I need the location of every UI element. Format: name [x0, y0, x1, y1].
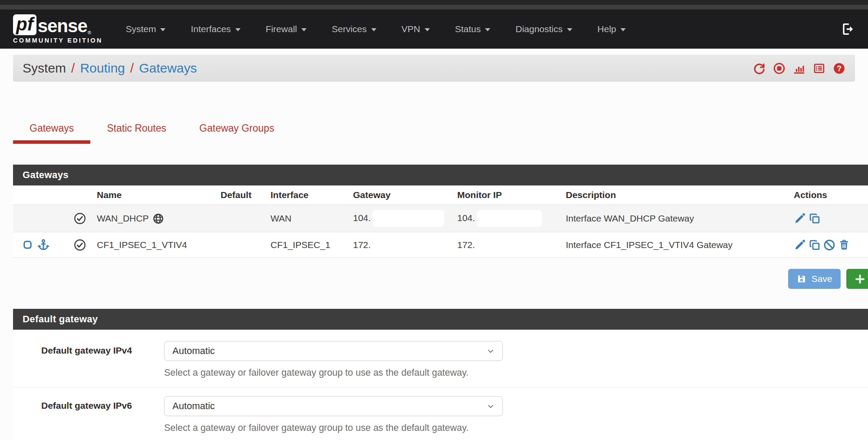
window-chrome-strip — [0, 0, 868, 10]
nav-item-system[interactable]: System — [116, 20, 175, 39]
save-button-label: Save — [812, 274, 832, 284]
help-icon[interactable]: ? — [833, 62, 845, 75]
chevron-down-icon — [371, 28, 376, 31]
monitor-ip: 104. — [457, 213, 475, 223]
redaction-box — [373, 210, 444, 227]
nav-item-label: Help — [597, 24, 616, 34]
gateway-name: CF1_IPSEC_1_VTIV4 — [97, 240, 187, 250]
default-gateway-ipv4-select[interactable]: Automatic — [164, 341, 503, 361]
default-gateway-ipv6-help: Select a gateway or failover gateway gro… — [164, 423, 503, 433]
col-header-description: Description — [562, 185, 790, 205]
main-navbar: pf sense ® COMMUNITY EDITION System Inte… — [0, 10, 868, 49]
chevron-down-icon — [567, 28, 572, 31]
tab-static-routes[interactable]: Static Routes — [90, 116, 183, 144]
delete-icon[interactable] — [838, 239, 850, 251]
pfsense-logo-edition: COMMUNITY EDITION — [13, 37, 102, 44]
cell-actions — [790, 205, 868, 232]
divider — [13, 387, 868, 387]
table-header-row: Name Default Interface Gateway Monitor I… — [13, 185, 868, 205]
cell-default — [217, 205, 267, 232]
chevron-down-icon — [486, 401, 495, 411]
col-header-interface: Interface — [267, 185, 350, 205]
nav-item-label: Diagnostics — [515, 24, 563, 34]
col-header-gateway: Gateway — [350, 185, 454, 205]
tab-gateways[interactable]: Gateways — [13, 116, 90, 144]
col-header-status — [67, 185, 93, 205]
nav-item-diagnostics[interactable]: Diagnostics — [506, 20, 582, 39]
default-gateway-ipv6-label: Default gateway IPv6 — [13, 396, 164, 411]
breadcrumb-routing[interactable]: Routing — [80, 61, 125, 76]
breadcrumb-gateways[interactable]: Gateways — [139, 61, 197, 76]
chevron-down-icon — [235, 28, 241, 31]
default-gateway-ipv6-select[interactable]: Automatic — [164, 396, 503, 416]
chevron-down-icon — [301, 28, 307, 31]
nav-item-interfaces[interactable]: Interfaces — [181, 20, 250, 39]
nav-item-services[interactable]: Services — [322, 20, 386, 39]
redaction-box — [477, 210, 542, 227]
pfsense-logo[interactable]: pf sense ® COMMUNITY EDITION — [13, 14, 102, 44]
cell-monitor-ip: 172. — [454, 232, 562, 258]
edit-icon[interactable] — [794, 212, 806, 225]
plus-icon — [855, 274, 865, 285]
breadcrumb-system: System — [23, 61, 66, 76]
chevron-down-icon — [485, 28, 490, 31]
gateway-name: WAN_DHCP — [97, 213, 149, 224]
gateway-ip: 104. — [353, 213, 371, 223]
stop-icon[interactable] — [773, 62, 785, 75]
nav-item-label: Services — [332, 24, 367, 34]
cell-gateway: 172. — [350, 232, 454, 258]
breadcrumb-separator: / — [71, 61, 75, 76]
cell-description: Interface WAN_DHCP Gateway — [562, 205, 790, 232]
breadcrumb-separator: / — [130, 61, 134, 76]
square-icon — [23, 240, 33, 250]
nav-item-vpn[interactable]: VPN — [392, 20, 439, 39]
nav-item-firewall[interactable]: Firewall — [256, 20, 316, 39]
svg-text:?: ? — [837, 64, 842, 73]
cell-gateway: 104. — [350, 205, 454, 232]
chevron-down-icon — [425, 28, 430, 31]
save-icon — [796, 274, 807, 284]
save-button[interactable]: Save — [788, 269, 841, 289]
cell-interface: CF1_IPSEC_1 — [267, 232, 350, 258]
breadcrumb: System / Routing / Gateways ? — [13, 55, 855, 82]
table-row-cf1-ipsec: CF1_IPSEC_1_VTIV4 CF1_IPSEC_1 172. 172. … — [13, 232, 868, 258]
copy-icon[interactable] — [809, 239, 821, 251]
trademark-symbol: ® — [88, 30, 91, 35]
cell-description: Interface CF1_IPSEC_1_VTIV4 Gateway — [562, 232, 790, 258]
nav-item-label: Interfaces — [191, 24, 231, 34]
form-row-ipv4: Default gateway IPv4 Automatic Select a … — [13, 341, 868, 378]
cell-status — [67, 205, 93, 232]
chevron-down-icon — [620, 28, 626, 31]
globe-icon — [152, 213, 164, 225]
edit-icon[interactable] — [794, 239, 806, 251]
form-row-ipv6: Default gateway IPv6 Automatic Select a … — [13, 396, 868, 433]
disable-icon[interactable] — [823, 239, 835, 251]
chevron-down-icon — [486, 346, 495, 356]
tab-gateway-groups[interactable]: Gateway Groups — [183, 116, 291, 144]
cell-name: WAN_DHCP — [93, 205, 217, 232]
add-button[interactable]: Add — [846, 269, 868, 289]
col-header-actions: Actions — [790, 185, 868, 205]
copy-icon[interactable] — [809, 212, 821, 225]
select-value: Automatic — [172, 400, 215, 412]
refresh-icon[interactable] — [753, 62, 766, 75]
gateways-panel-title: Gateways — [13, 165, 868, 185]
sign-out-icon[interactable] — [841, 22, 855, 36]
bar-chart-icon[interactable] — [793, 62, 805, 75]
button-row: Save Add — [13, 269, 868, 289]
select-value: Automatic — [172, 345, 215, 357]
nav-item-help[interactable]: Help — [588, 20, 635, 39]
gateways-table: Name Default Interface Gateway Monitor I… — [13, 185, 868, 258]
nav-item-status[interactable]: Status — [446, 20, 500, 39]
nav-item-label: Firewall — [266, 24, 297, 34]
default-gateway-ipv4-label: Default gateway IPv4 — [13, 341, 164, 356]
chevron-down-icon — [160, 28, 165, 31]
nav-item-label: Status — [455, 24, 481, 34]
cell-actions — [790, 232, 868, 258]
gateways-panel: Gateways Name Default Interface Gateway … — [13, 165, 868, 258]
check-circle-icon — [71, 212, 90, 225]
nav-item-label: System — [125, 24, 156, 34]
list-icon[interactable] — [813, 62, 825, 75]
page-content: System / Routing / Gateways ? Gatewa — [0, 49, 868, 440]
cell-status — [67, 232, 93, 258]
